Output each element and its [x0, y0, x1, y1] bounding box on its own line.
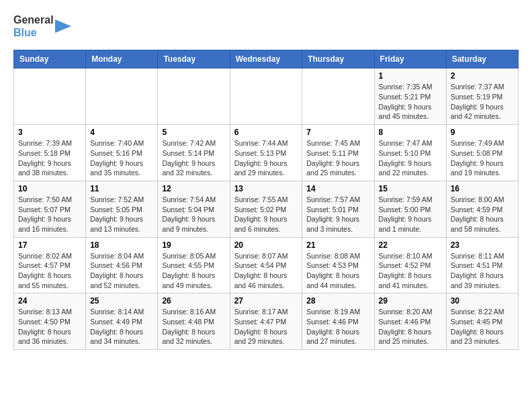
calendar-cell: 22Sunrise: 8:10 AMSunset: 4:52 PMDayligh…: [374, 237, 446, 293]
day-number: 6: [234, 128, 298, 137]
day-number: 11: [90, 184, 153, 193]
svg-marker-0: [55, 19, 71, 33]
day-info: Sunrise: 8:16 AMSunset: 4:48 PMDaylight:…: [162, 307, 225, 347]
day-number: 2: [451, 71, 514, 81]
day-info: Sunrise: 7:39 AMSunset: 5:18 PMDaylight:…: [18, 138, 81, 178]
day-number: 15: [379, 184, 442, 193]
day-info: Sunrise: 7:54 AMSunset: 5:04 PMDaylight:…: [162, 195, 225, 234]
calendar-cell: 2Sunrise: 7:37 AMSunset: 5:19 PMDaylight…: [446, 68, 518, 125]
day-info: Sunrise: 7:37 AMSunset: 5:19 PMDaylight:…: [451, 82, 514, 122]
calendar-cell: 23Sunrise: 8:11 AMSunset: 4:51 PMDayligh…: [446, 237, 518, 293]
calendar-cell: 15Sunrise: 7:59 AMSunset: 5:00 PMDayligh…: [374, 181, 446, 237]
day-info: Sunrise: 8:19 AMSunset: 4:46 PMDaylight:…: [306, 307, 369, 347]
column-header-saturday: Saturday: [446, 50, 518, 68]
calendar-cell: 26Sunrise: 8:16 AMSunset: 4:48 PMDayligh…: [158, 293, 230, 350]
day-number: 16: [451, 184, 514, 193]
column-header-sunday: Sunday: [14, 50, 86, 68]
day-info: Sunrise: 7:44 AMSunset: 5:13 PMDaylight:…: [234, 138, 298, 178]
day-number: 20: [234, 240, 298, 250]
calendar-cell: 8Sunrise: 7:47 AMSunset: 5:10 PMDaylight…: [374, 125, 446, 181]
day-number: 9: [451, 128, 514, 137]
day-number: 21: [306, 240, 369, 250]
calendar-body: 1Sunrise: 7:35 AMSunset: 5:21 PMDaylight…: [14, 68, 519, 350]
day-number: 17: [18, 240, 81, 250]
day-info: Sunrise: 8:10 AMSunset: 4:52 PMDaylight:…: [379, 251, 442, 291]
calendar-week-2: 3Sunrise: 7:39 AMSunset: 5:18 PMDaylight…: [14, 125, 519, 181]
day-info: Sunrise: 7:49 AMSunset: 5:08 PMDaylight:…: [451, 138, 514, 178]
day-info: Sunrise: 7:35 AMSunset: 5:21 PMDaylight:…: [379, 82, 442, 122]
day-info: Sunrise: 8:22 AMSunset: 4:45 PMDaylight:…: [451, 307, 514, 347]
calendar-cell: 21Sunrise: 8:08 AMSunset: 4:53 PMDayligh…: [302, 237, 374, 293]
logo-text-general: General: [13, 13, 54, 26]
day-number: 30: [451, 296, 514, 306]
calendar-cell: 9Sunrise: 7:49 AMSunset: 5:08 PMDaylight…: [446, 125, 518, 181]
page-header: General Blue: [13, 13, 519, 39]
day-info: Sunrise: 7:47 AMSunset: 5:10 PMDaylight:…: [379, 138, 442, 178]
day-info: Sunrise: 8:08 AMSunset: 4:53 PMDaylight:…: [306, 251, 369, 291]
logo: General Blue: [13, 13, 71, 39]
day-info: Sunrise: 8:11 AMSunset: 4:51 PMDaylight:…: [451, 251, 514, 291]
day-number: 3: [18, 128, 81, 137]
day-info: Sunrise: 7:57 AMSunset: 5:01 PMDaylight:…: [306, 195, 369, 234]
calendar-week-5: 24Sunrise: 8:13 AMSunset: 4:50 PMDayligh…: [14, 293, 519, 350]
day-info: Sunrise: 7:45 AMSunset: 5:11 PMDaylight:…: [306, 138, 369, 178]
day-number: 28: [306, 296, 369, 306]
column-header-monday: Monday: [86, 50, 158, 68]
day-number: 25: [90, 296, 153, 306]
calendar-cell: [158, 68, 230, 125]
day-info: Sunrise: 7:52 AMSunset: 5:05 PMDaylight:…: [90, 195, 153, 234]
calendar-cell: 6Sunrise: 7:44 AMSunset: 5:13 PMDaylight…: [230, 125, 302, 181]
day-number: 10: [18, 184, 81, 193]
day-number: 8: [379, 128, 442, 137]
day-number: 1: [379, 71, 442, 81]
day-number: 14: [306, 184, 369, 193]
day-info: Sunrise: 8:07 AMSunset: 4:54 PMDaylight:…: [234, 251, 298, 291]
day-number: 7: [306, 128, 369, 137]
calendar-cell: 16Sunrise: 8:00 AMSunset: 4:59 PMDayligh…: [446, 181, 518, 237]
calendar-week-3: 10Sunrise: 7:50 AMSunset: 5:07 PMDayligh…: [14, 181, 519, 237]
calendar-table: SundayMondayTuesdayWednesdayThursdayFrid…: [13, 50, 519, 350]
day-number: 23: [451, 240, 514, 250]
column-header-tuesday: Tuesday: [158, 50, 230, 68]
calendar-cell: 14Sunrise: 7:57 AMSunset: 5:01 PMDayligh…: [302, 181, 374, 237]
calendar-cell: 19Sunrise: 8:05 AMSunset: 4:55 PMDayligh…: [158, 237, 230, 293]
day-info: Sunrise: 8:20 AMSunset: 4:46 PMDaylight:…: [379, 307, 442, 347]
day-number: 13: [234, 184, 298, 193]
logo: General Blue: [13, 13, 71, 39]
calendar-cell: 7Sunrise: 7:45 AMSunset: 5:11 PMDaylight…: [302, 125, 374, 181]
calendar-cell: 17Sunrise: 8:02 AMSunset: 4:57 PMDayligh…: [14, 237, 86, 293]
day-info: Sunrise: 8:14 AMSunset: 4:49 PMDaylight:…: [90, 307, 153, 347]
calendar-cell: 3Sunrise: 7:39 AMSunset: 5:18 PMDaylight…: [14, 125, 86, 181]
calendar-week-4: 17Sunrise: 8:02 AMSunset: 4:57 PMDayligh…: [14, 237, 519, 293]
calendar-cell: 10Sunrise: 7:50 AMSunset: 5:07 PMDayligh…: [14, 181, 86, 237]
calendar-cell: 13Sunrise: 7:55 AMSunset: 5:02 PMDayligh…: [230, 181, 302, 237]
day-number: 22: [379, 240, 442, 250]
calendar-header: SundayMondayTuesdayWednesdayThursdayFrid…: [14, 50, 519, 68]
calendar-cell: 20Sunrise: 8:07 AMSunset: 4:54 PMDayligh…: [230, 237, 302, 293]
day-info: Sunrise: 7:40 AMSunset: 5:16 PMDaylight:…: [90, 138, 153, 178]
calendar-cell: 5Sunrise: 7:42 AMSunset: 5:14 PMDaylight…: [158, 125, 230, 181]
day-info: Sunrise: 7:59 AMSunset: 5:00 PMDaylight:…: [379, 195, 442, 234]
calendar-cell: 4Sunrise: 7:40 AMSunset: 5:16 PMDaylight…: [86, 125, 158, 181]
calendar-cell: 28Sunrise: 8:19 AMSunset: 4:46 PMDayligh…: [302, 293, 374, 350]
calendar-cell: 27Sunrise: 8:17 AMSunset: 4:47 PMDayligh…: [230, 293, 302, 350]
calendar-cell: [230, 68, 302, 125]
calendar-cell: 30Sunrise: 8:22 AMSunset: 4:45 PMDayligh…: [446, 293, 518, 350]
calendar-cell: [14, 68, 86, 125]
calendar-cell: 25Sunrise: 8:14 AMSunset: 4:49 PMDayligh…: [86, 293, 158, 350]
day-number: 4: [90, 128, 153, 137]
calendar-cell: [302, 68, 374, 125]
day-number: 26: [162, 296, 225, 306]
logo-text-blue: Blue: [13, 26, 54, 39]
column-header-thursday: Thursday: [302, 50, 374, 68]
day-info: Sunrise: 8:02 AMSunset: 4:57 PMDaylight:…: [18, 251, 81, 291]
calendar-cell: 18Sunrise: 8:04 AMSunset: 4:56 PMDayligh…: [86, 237, 158, 293]
calendar-cell: 1Sunrise: 7:35 AMSunset: 5:21 PMDaylight…: [374, 68, 446, 125]
day-info: Sunrise: 7:42 AMSunset: 5:14 PMDaylight:…: [162, 138, 225, 178]
calendar-cell: [86, 68, 158, 125]
day-info: Sunrise: 7:55 AMSunset: 5:02 PMDaylight:…: [234, 195, 298, 234]
calendar-cell: 24Sunrise: 8:13 AMSunset: 4:50 PMDayligh…: [14, 293, 86, 350]
day-number: 27: [234, 296, 298, 306]
day-number: 29: [379, 296, 442, 306]
day-info: Sunrise: 8:04 AMSunset: 4:56 PMDaylight:…: [90, 251, 153, 291]
